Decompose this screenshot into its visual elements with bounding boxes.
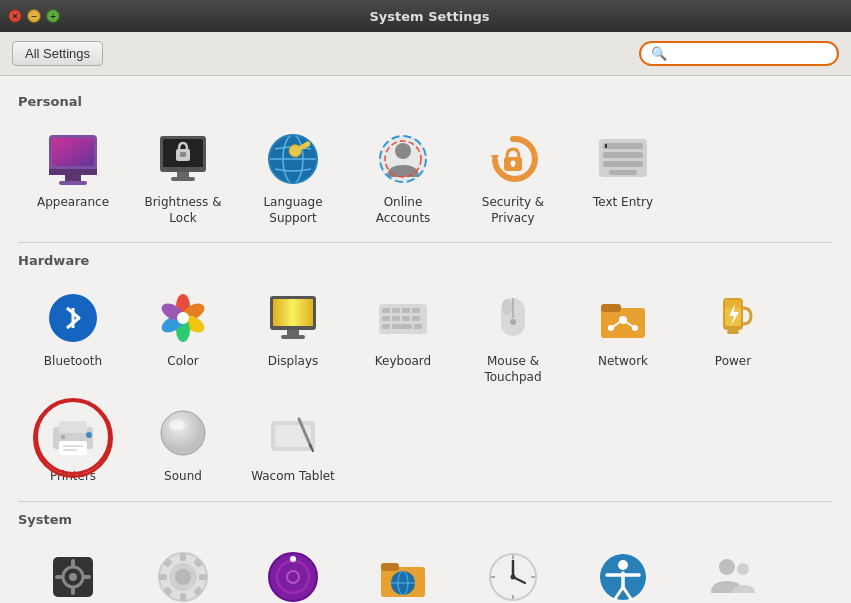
svg-rect-95	[55, 575, 63, 579]
sound-icon	[151, 401, 215, 465]
network-label: Network	[598, 354, 648, 370]
svg-rect-46	[287, 330, 299, 335]
displays-label: Displays	[268, 354, 318, 370]
personal-grid: Appearance Brightness &Lock	[18, 119, 833, 234]
svg-rect-55	[402, 316, 410, 321]
svg-rect-99	[180, 553, 186, 561]
svg-rect-5	[52, 138, 94, 166]
universal-access-icon	[591, 545, 655, 603]
search-icon: 🔍	[651, 46, 667, 61]
color-icon	[151, 286, 215, 350]
setting-item-backups[interactable]: Backups	[18, 537, 128, 603]
svg-rect-50	[392, 308, 400, 313]
svg-rect-74	[727, 330, 739, 334]
svg-rect-57	[382, 324, 390, 329]
minimize-button[interactable]: −	[27, 9, 41, 23]
setting-item-network[interactable]: Network	[568, 278, 678, 393]
svg-rect-2	[65, 175, 81, 181]
svg-point-63	[510, 319, 516, 325]
svg-rect-81	[61, 435, 65, 439]
svg-rect-31	[603, 161, 643, 167]
details-icon	[151, 545, 215, 603]
setting-item-bluetooth[interactable]: Bluetooth	[18, 278, 128, 393]
svg-point-42	[177, 312, 189, 324]
svg-rect-79	[63, 445, 83, 447]
svg-point-21	[395, 143, 411, 159]
setting-item-details[interactable]: Details	[128, 537, 238, 603]
appearance-label: Appearance	[37, 195, 109, 211]
system-grid: Backups	[18, 537, 833, 603]
svg-rect-51	[402, 308, 410, 313]
setting-item-online-accounts[interactable]: OnlineAccounts	[348, 119, 458, 234]
setting-item-displays[interactable]: Displays	[238, 278, 348, 393]
svg-rect-73	[725, 300, 741, 308]
svg-point-108	[175, 569, 191, 585]
time-date-icon	[481, 545, 545, 603]
setting-item-wacom-tablet[interactable]: Wacom Tablet	[238, 393, 348, 493]
svg-rect-45	[273, 299, 313, 326]
setting-item-appearance[interactable]: Appearance	[18, 119, 128, 234]
all-settings-button[interactable]: All Settings	[12, 41, 103, 66]
svg-rect-29	[603, 143, 643, 149]
setting-item-software-updates[interactable]: Software &Updates	[348, 537, 458, 603]
network-icon	[591, 286, 655, 350]
online-accounts-icon	[371, 127, 435, 191]
text-entry-icon	[591, 127, 655, 191]
software-updates-icon	[371, 545, 435, 603]
bluetooth-icon	[41, 286, 105, 350]
svg-rect-3	[59, 181, 87, 185]
svg-rect-53	[382, 316, 390, 321]
close-button[interactable]: ✕	[8, 9, 22, 23]
svg-rect-10	[177, 172, 189, 177]
brightness-lock-icon	[151, 127, 215, 191]
svg-point-85	[169, 420, 185, 430]
security-privacy-label: Security &Privacy	[482, 195, 544, 226]
maximize-button[interactable]: +	[46, 9, 60, 23]
svg-rect-65	[601, 304, 621, 312]
svg-point-82	[86, 432, 92, 438]
sound-label: Sound	[164, 469, 202, 485]
svg-rect-100	[180, 593, 186, 601]
wacom-tablet-label: Wacom Tablet	[251, 469, 335, 485]
svg-rect-11	[171, 177, 195, 181]
setting-item-user-accounts[interactable]: User Accounts	[678, 537, 788, 603]
svg-rect-32	[609, 170, 637, 175]
setting-item-text-entry[interactable]: Text Entry	[568, 119, 678, 234]
setting-item-sound[interactable]: Sound	[128, 393, 238, 493]
section-title-personal: Personal	[18, 94, 833, 109]
svg-rect-52	[412, 308, 420, 313]
svg-rect-115	[381, 563, 399, 571]
setting-item-time-date[interactable]: Time & Date	[458, 537, 568, 603]
svg-rect-9	[180, 152, 186, 157]
setting-item-universal-access[interactable]: UniversalAccess	[568, 537, 678, 603]
security-privacy-icon	[481, 127, 545, 191]
setting-item-power[interactable]: Power	[678, 278, 788, 393]
svg-rect-96	[83, 575, 91, 579]
setting-item-mouse-touchpad[interactable]: Mouse &Touchpad	[458, 278, 568, 393]
setting-item-landscape-service[interactable]: LandscapeService	[238, 537, 348, 603]
setting-item-language-support[interactable]: LanguageSupport	[238, 119, 348, 234]
svg-rect-62	[502, 299, 512, 315]
svg-rect-94	[71, 587, 75, 595]
power-icon	[701, 286, 765, 350]
setting-item-brightness-lock[interactable]: Brightness &Lock	[128, 119, 238, 234]
svg-point-134	[737, 563, 749, 575]
mouse-touchpad-icon	[481, 286, 545, 350]
svg-point-112	[287, 571, 299, 583]
svg-point-92	[69, 573, 77, 581]
search-input[interactable]	[673, 46, 833, 61]
mouse-touchpad-label: Mouse &Touchpad	[484, 354, 541, 385]
toolbar: All Settings 🔍	[0, 32, 851, 76]
setting-item-printers[interactable]: Printers	[18, 393, 128, 493]
printers-label: Printers	[50, 469, 96, 485]
svg-rect-49	[382, 308, 390, 313]
svg-point-128	[618, 560, 628, 570]
displays-icon	[261, 286, 325, 350]
setting-item-color[interactable]: Color	[128, 278, 238, 393]
setting-item-keyboard[interactable]: Keyboard	[348, 278, 458, 393]
color-label: Color	[167, 354, 198, 370]
svg-point-122	[511, 574, 516, 579]
hardware-grid: Bluetooth Color	[18, 278, 833, 493]
setting-item-security-privacy[interactable]: Security &Privacy	[458, 119, 568, 234]
svg-rect-33	[605, 144, 607, 148]
